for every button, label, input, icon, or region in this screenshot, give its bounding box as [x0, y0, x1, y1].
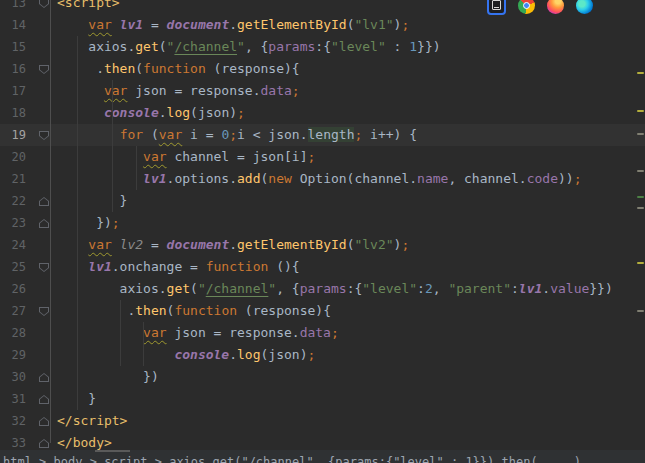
fold-collapse-icon[interactable] [39, 0, 49, 8]
code-token[interactable]: ; [574, 171, 582, 186]
code-token[interactable]: axios. [57, 39, 135, 54]
line-number[interactable]: 20 [0, 146, 26, 168]
code-token[interactable]: :{ [347, 281, 363, 296]
code-token[interactable]: " [198, 281, 206, 296]
line-number[interactable]: 31 [0, 388, 26, 410]
error-stripe-mark[interactable] [637, 110, 644, 112]
code-token[interactable] [112, 17, 120, 32]
code-line[interactable]: 29 console.log(json); [0, 344, 645, 366]
code-token[interactable] [57, 105, 104, 120]
code-line[interactable]: 25 lv1.onchange = function (){ [0, 256, 645, 278]
line-number[interactable]: 29 [0, 344, 26, 366]
fold-end-icon[interactable] [39, 395, 49, 404]
code-token[interactable]: json = response. [167, 325, 300, 340]
code-token[interactable]: , { [245, 39, 268, 54]
code-line[interactable]: 26 axios.get("/channel", {params:{"level… [0, 278, 645, 300]
code-token[interactable]: . [57, 61, 104, 76]
code-line[interactable]: 22 } [0, 190, 645, 212]
code-token[interactable]: var [143, 149, 166, 164]
code-token[interactable]: " [237, 39, 245, 54]
chrome-icon[interactable] [518, 0, 535, 14]
code-token[interactable]: function [206, 259, 269, 274]
code-token[interactable]: (){ [268, 259, 299, 274]
code-token[interactable]: lv1 [143, 171, 166, 186]
fold-collapse-icon[interactable] [39, 307, 49, 316]
code-token[interactable] [57, 347, 174, 362]
code-token[interactable]: params [300, 281, 347, 296]
code-token[interactable]: length [308, 127, 355, 142]
code-token[interactable]: lv2 [120, 237, 143, 252]
code-token[interactable] [57, 83, 104, 98]
line-number[interactable]: 23 [0, 212, 26, 234]
code-token[interactable]: ; [112, 215, 120, 230]
code-token[interactable] [57, 237, 88, 252]
code-token[interactable]: : [417, 281, 425, 296]
code-line[interactable]: 20 var channel = json[i]; [0, 146, 645, 168]
code-token[interactable]: function [174, 303, 237, 318]
code-token[interactable]: lv1 [120, 17, 143, 32]
code-token[interactable]: i < json. [237, 127, 307, 142]
code-token[interactable]: data [261, 83, 292, 98]
code-token[interactable]: . [542, 281, 550, 296]
error-stripe-mark[interactable] [637, 133, 644, 135]
code-token[interactable]: log [167, 105, 190, 120]
code-token[interactable]: Option(channel. [292, 171, 417, 186]
line-number[interactable]: 28 [0, 322, 26, 344]
fold-end-icon[interactable] [39, 373, 49, 382]
code-token[interactable]: . [159, 105, 167, 120]
code-token[interactable]: data [300, 325, 331, 340]
edge-icon[interactable] [576, 0, 593, 14]
code-token[interactable]: i++) { [362, 127, 417, 142]
code-token[interactable]: lv1 [519, 281, 542, 296]
line-number[interactable]: 22 [0, 190, 26, 212]
code-token[interactable]: (json) [261, 347, 308, 362]
firefox-icon[interactable] [547, 0, 564, 14]
code-token[interactable] [57, 127, 120, 142]
code-token[interactable]: /channel [174, 39, 237, 54]
line-number[interactable]: 13 [0, 0, 26, 14]
error-stripe-mark[interactable] [637, 262, 644, 264]
code-token[interactable]: "level" [331, 39, 386, 54]
fold-end-icon[interactable] [39, 197, 49, 206]
line-number[interactable]: 19 [0, 124, 26, 146]
code-token[interactable]: ; [307, 149, 315, 164]
code-token[interactable]: log [237, 347, 260, 362]
code-token[interactable]: }}) [417, 39, 440, 54]
code-line[interactable]: 24 var lv2 = document.getElementById("lv… [0, 234, 645, 256]
code-token[interactable]: ( [143, 127, 159, 142]
code-token[interactable]: ; [307, 347, 315, 362]
code-token[interactable]: /channel [206, 281, 269, 296]
code-token[interactable]: )) [558, 171, 574, 186]
code-token[interactable]: .options. [167, 171, 237, 186]
fold-end-icon[interactable] [39, 439, 49, 448]
fold-end-icon[interactable] [39, 219, 49, 228]
code-token[interactable]: ; [401, 237, 409, 252]
code-line[interactable]: 31 } [0, 388, 645, 410]
code-token[interactable]: document [167, 17, 230, 32]
line-number[interactable]: 14 [0, 14, 26, 36]
code-token[interactable]: <script> [57, 0, 120, 10]
line-number[interactable]: 27 [0, 300, 26, 322]
line-number[interactable]: 30 [0, 366, 26, 388]
code-token[interactable]: . [229, 347, 237, 362]
code-token[interactable] [57, 325, 143, 340]
code-token[interactable]: ( [159, 39, 167, 54]
code-line[interactable]: 14 var lv1 = document.getElementById("lv… [0, 14, 645, 36]
code-line[interactable]: 27 .then(function (response){ [0, 300, 645, 322]
code-token[interactable]: " [268, 281, 276, 296]
code-token[interactable]: add [237, 171, 260, 186]
line-number[interactable]: 16 [0, 58, 26, 80]
code-line[interactable]: 21 lv1.options.add(new Option(channel.na… [0, 168, 645, 190]
code-token[interactable]: var [159, 127, 182, 142]
line-number[interactable]: 17 [0, 80, 26, 102]
line-number[interactable]: 26 [0, 278, 26, 300]
code-token[interactable]: axios. [57, 281, 167, 296]
code-token[interactable]: for [120, 127, 143, 142]
code-token[interactable]: var [143, 325, 166, 340]
code-token[interactable]: var [88, 17, 111, 32]
code-line[interactable]: 32</script> [0, 410, 645, 432]
code-token[interactable]: , { [276, 281, 299, 296]
code-token[interactable]: (response){ [206, 61, 300, 76]
line-number[interactable]: 18 [0, 102, 26, 124]
code-token[interactable] [112, 237, 120, 252]
